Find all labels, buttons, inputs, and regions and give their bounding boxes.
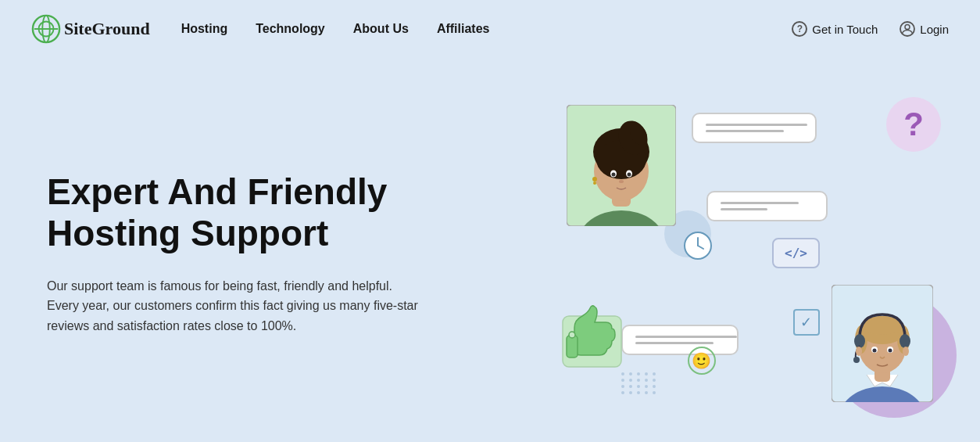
svg-point-36	[900, 334, 910, 348]
login-button[interactable]: Login	[900, 21, 949, 37]
nav-links: Hosting Technology About Us Affiliates	[181, 22, 792, 36]
checkmark-icon: ✓	[793, 309, 820, 336]
nav-link-technology[interactable]: Technology	[256, 22, 325, 36]
nav-link-hosting[interactable]: Hosting	[181, 22, 228, 36]
hero-illustration: ?	[543, 89, 949, 418]
get-in-touch-label: Get in Touch	[812, 23, 878, 36]
svg-point-42	[856, 347, 862, 356]
logo-link[interactable]: SiteGround	[31, 14, 150, 44]
svg-point-17	[627, 173, 631, 177]
svg-point-16	[611, 173, 615, 177]
person-icon	[900, 21, 915, 37]
hero-title: Expert And Friendly Hosting Support	[47, 171, 512, 254]
svg-point-41	[888, 349, 892, 353]
speech-bubble-1	[692, 113, 817, 143]
hero-left: Expert And Friendly Hosting Support Our …	[47, 171, 543, 336]
nav-right: ? Get in Touch Login	[792, 21, 949, 37]
clock-icon	[682, 230, 714, 261]
nav-link-affiliates[interactable]: Affiliates	[437, 22, 490, 36]
illustration-container: ?	[543, 89, 949, 418]
code-icon: </>	[772, 238, 820, 268]
navbar: SiteGround Hosting Technology About Us A…	[0, 0, 980, 58]
nav-link-about-us[interactable]: About Us	[353, 22, 409, 36]
svg-point-19	[592, 177, 597, 181]
svg-point-37	[853, 357, 860, 363]
svg-rect-25	[567, 336, 578, 358]
logo-icon	[31, 14, 61, 44]
question-mark-icon: ?	[886, 97, 941, 152]
thumbs-up-icon	[559, 300, 625, 371]
logo-text: SiteGround	[64, 19, 150, 39]
smiley-icon: 🙂	[688, 347, 716, 375]
get-in-touch-button[interactable]: ? Get in Touch	[792, 21, 878, 37]
woman-avatar	[567, 105, 676, 226]
speech-bubble-2	[706, 191, 828, 221]
speech-bubble-3	[621, 325, 739, 355]
svg-point-40	[872, 349, 876, 353]
man-avatar	[832, 285, 933, 402]
svg-point-43	[903, 347, 909, 356]
login-label: Login	[920, 23, 949, 36]
svg-point-26	[569, 332, 575, 338]
hero-subtitle: Our support team is famous for being fas…	[47, 276, 422, 336]
dots-decoration	[621, 372, 657, 394]
question-icon: ?	[792, 21, 807, 37]
svg-point-5	[905, 25, 910, 30]
svg-point-18	[619, 180, 624, 183]
svg-point-20	[593, 181, 596, 185]
hero-section: Expert And Friendly Hosting Support Our …	[0, 58, 980, 442]
